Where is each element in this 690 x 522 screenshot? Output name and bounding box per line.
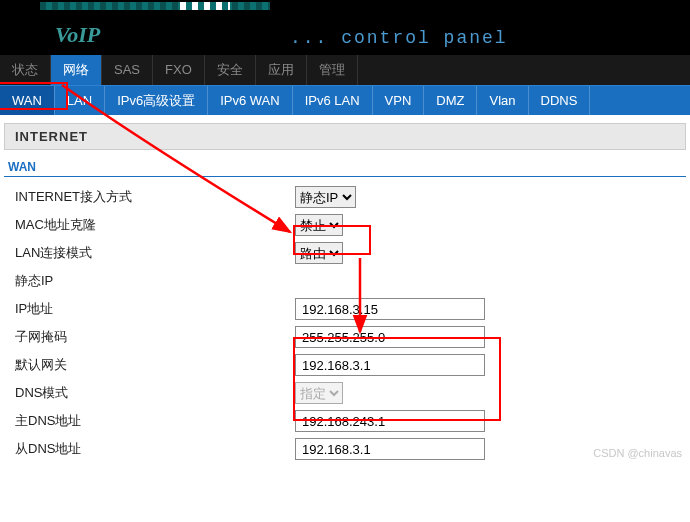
main-tab-5[interactable]: 应用 [256, 55, 307, 85]
label-ip: IP地址 [0, 300, 295, 318]
label-dns1: 主DNS地址 [0, 412, 295, 430]
main-tab-2[interactable]: SAS [102, 55, 153, 85]
label-mask: 子网掩码 [0, 328, 295, 346]
row-gw: 默认网关 [0, 351, 690, 379]
watermark: CSDN @chinavas [593, 447, 682, 459]
fieldset-line [4, 176, 686, 177]
label-static-ip: 静态IP [0, 272, 295, 290]
section-title: INTERNET [4, 123, 686, 150]
sub-tab-4[interactable]: IPv6 LAN [293, 86, 373, 115]
sub-tab-8[interactable]: DDNS [529, 86, 591, 115]
select-lan-mode[interactable]: 路由 [295, 242, 343, 264]
brand-subtitle: ... control panel [290, 28, 508, 48]
sub-tab-2[interactable]: IPv6高级设置 [105, 86, 208, 115]
header-stripe [40, 2, 270, 10]
row-mac-clone: MAC地址克隆 禁止 [0, 211, 690, 239]
select-mac-clone[interactable]: 禁止 [295, 214, 343, 236]
sub-tab-6[interactable]: DMZ [424, 86, 477, 115]
label-dns-mode: DNS模式 [0, 384, 295, 402]
label-gw: 默认网关 [0, 356, 295, 374]
sub-tab-0[interactable]: WAN [0, 86, 55, 115]
row-lan-mode: LAN连接模式 路由 [0, 239, 690, 267]
label-mac-clone: MAC地址克隆 [0, 216, 295, 234]
main-tab-4[interactable]: 安全 [205, 55, 256, 85]
header: VoIP ... control panel [0, 0, 690, 55]
label-access-mode: INTERNET接入方式 [0, 188, 295, 206]
sub-tab-7[interactable]: Vlan [477, 86, 528, 115]
sub-tab-1[interactable]: LAN [55, 86, 105, 115]
select-dns-mode: 指定 [295, 382, 343, 404]
row-access-mode: INTERNET接入方式 静态IP [0, 183, 690, 211]
app-root: VoIP ... control panel 状态网络SASFXO安全应用管理 … [0, 0, 690, 463]
row-dns2: 从DNS地址 [0, 435, 690, 463]
input-dns1[interactable] [295, 410, 485, 432]
label-lan-mode: LAN连接模式 [0, 244, 295, 262]
main-tab-0[interactable]: 状态 [0, 55, 51, 85]
input-gw[interactable] [295, 354, 485, 376]
row-mask: 子网掩码 [0, 323, 690, 351]
main-tab-1[interactable]: 网络 [51, 55, 102, 85]
sub-tabs: WANLANIPv6高级设置IPv6 WANIPv6 LANVPNDMZVlan… [0, 85, 690, 115]
row-ip: IP地址 [0, 295, 690, 323]
row-dns1: 主DNS地址 [0, 407, 690, 435]
select-access-mode[interactable]: 静态IP [295, 186, 356, 208]
input-mask[interactable] [295, 326, 485, 348]
main-tabs: 状态网络SASFXO安全应用管理 [0, 55, 690, 85]
input-ip[interactable] [295, 298, 485, 320]
row-static-ip-header: 静态IP [0, 267, 690, 295]
row-dns-mode: DNS模式 指定 [0, 379, 690, 407]
main-tab-6[interactable]: 管理 [307, 55, 358, 85]
main-tab-3[interactable]: FXO [153, 55, 205, 85]
content: INTERNET WAN INTERNET接入方式 静态IP MAC地址克隆 禁… [0, 123, 690, 463]
input-dns2[interactable] [295, 438, 485, 460]
brand-logo: VoIP [55, 22, 100, 48]
label-dns2: 从DNS地址 [0, 440, 295, 458]
sub-tab-3[interactable]: IPv6 WAN [208, 86, 292, 115]
header-stripe2 [180, 2, 230, 10]
fieldset-label: WAN [8, 160, 690, 174]
sub-tab-5[interactable]: VPN [373, 86, 425, 115]
